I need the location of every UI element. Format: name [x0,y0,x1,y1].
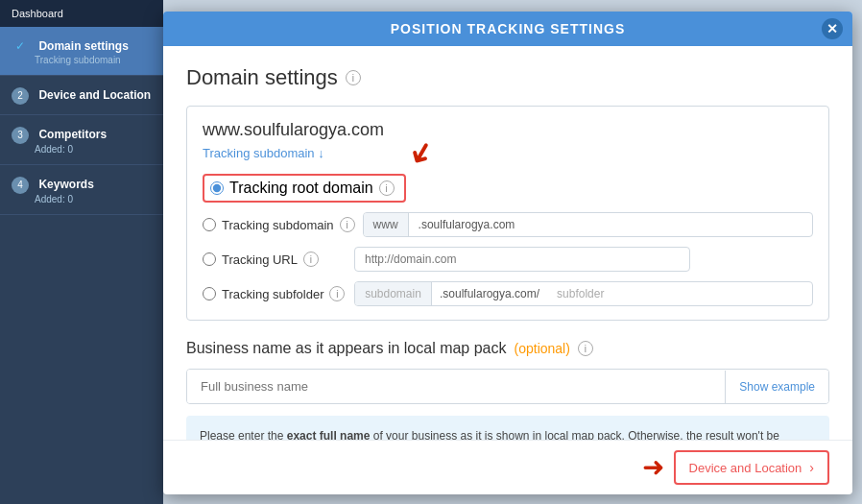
domain-url: www.soulfularogya.com [203,120,813,140]
sidebar-item-4-number: 4 [12,177,29,194]
business-section-title: Business name as it appears in local map… [186,340,829,357]
sidebar-item-3-number: 3 [12,127,29,144]
sidebar-item-competitors-title: Competitors [38,128,107,141]
subfolder-domain: .soulfularogya.com/ [432,282,547,305]
sidebar-item-keywords-title: Keywords [38,178,93,191]
modal-title: POSITION TRACKING SETTINGS [391,21,626,36]
tracking-subdomain-input-group: www .soulfularogya.com [363,212,813,237]
tracking-subdomain-link[interactable]: Tracking subdomain ↓ [203,146,324,160]
domain-settings-info-icon[interactable]: i [346,70,361,85]
subfolder-prefix: subdomain [355,282,432,305]
tracking-url-input[interactable] [354,247,690,272]
subfolder-name: subfolder [547,282,613,305]
next-button[interactable]: Device and Location › [674,450,829,485]
business-name-info-icon[interactable]: i [578,341,593,356]
sidebar-item-domain-title: Domain settings [38,39,128,53]
tracking-root-option-row: Tracking root domain i [203,174,813,203]
tracking-subdomain-radio[interactable] [203,218,216,231]
page-title: Domain settings i [186,65,829,90]
tracking-url-option-row: Tracking URL i [203,247,813,272]
optional-label: (optional) [515,341,570,356]
tracking-subdomain-label-group: Tracking subdomain i [203,217,355,232]
modal-footer: ➜ Device and Location › [163,440,852,494]
footer-row: ➜ Device and Location › [642,450,829,485]
red-arrow-next: ➜ [642,454,664,481]
domain-box: www.soulfularogya.com Tracking subdomain… [186,106,829,321]
check-icon: ✓ [12,37,29,55]
tracking-root-info-icon[interactable]: i [379,180,395,196]
sidebar-item-device-title: Device and Location [38,88,151,102]
tracking-subdomain-label[interactable]: Tracking subdomain [222,218,334,232]
tracking-subfolder-info-icon[interactable]: i [329,286,345,301]
modal-header: POSITION TRACKING SETTINGS ✕ [163,12,852,46]
info-box: Please enter the exact full name of your… [186,416,829,440]
sidebar-item-2-number: 2 [12,87,29,105]
tracking-subdomain-option-row: Tracking subdomain i www .soulfularogya.… [203,212,813,237]
tracking-url-radio[interactable] [203,252,216,266]
tracking-subfolder-label[interactable]: Tracking subfolder [222,287,323,301]
sidebar-item-domain[interactable]: ✓ Domain settings Tracking subdomain [0,27,163,76]
sidebar-item-domain-sub: Tracking subdomain [35,55,152,65]
modal-close-button[interactable]: ✕ [822,18,843,39]
business-name-input[interactable] [187,370,725,403]
tracking-root-label[interactable]: Tracking root domain [229,180,373,197]
tracking-url-label-group: Tracking URL i [203,252,347,267]
sidebar-item-keywords-sub: Added: 0 [35,194,152,204]
modal: POSITION TRACKING SETTINGS ✕ Domain sett… [163,12,852,494]
tracking-url-info-icon[interactable]: i [303,252,319,267]
sidebar: Dashboard ✓ Domain settings Tracking sub… [0,0,163,504]
tracking-url-label[interactable]: Tracking URL [222,252,298,267]
sidebar-item-keywords[interactable]: 4 Keywords Added: 0 [0,165,163,215]
sidebar-item-device[interactable]: 2 Device and Location [0,76,163,115]
subdomain-suffix: .soulfularogya.com [409,213,525,236]
subdomain-prefix: www [364,213,409,236]
next-arrow-icon: › [809,460,814,475]
tracking-subfolder-input-group: subdomain .soulfularogya.com/ subfolder [354,281,813,306]
tracking-subfolder-radio[interactable] [203,287,216,300]
modal-body: Domain settings i www.soulfularogya.com … [163,46,852,440]
tracking-root-radio[interactable] [210,181,224,195]
show-example-button[interactable]: Show example [725,371,828,403]
tracking-root-highlighted: Tracking root domain i [203,174,406,203]
sidebar-item-competitors[interactable]: 3 Competitors Added: 0 [0,115,163,165]
tracking-subdomain-info-icon[interactable]: i [340,217,355,232]
sidebar-header: Dashboard [0,0,163,27]
sidebar-item-competitors-sub: Added: 0 [35,144,152,155]
tracking-subfolder-option-row: Tracking subfolder i subdomain .soulfula… [203,281,813,306]
business-input-row: Show example [186,369,829,404]
tracking-subfolder-label-group: Tracking subfolder i [203,286,347,301]
